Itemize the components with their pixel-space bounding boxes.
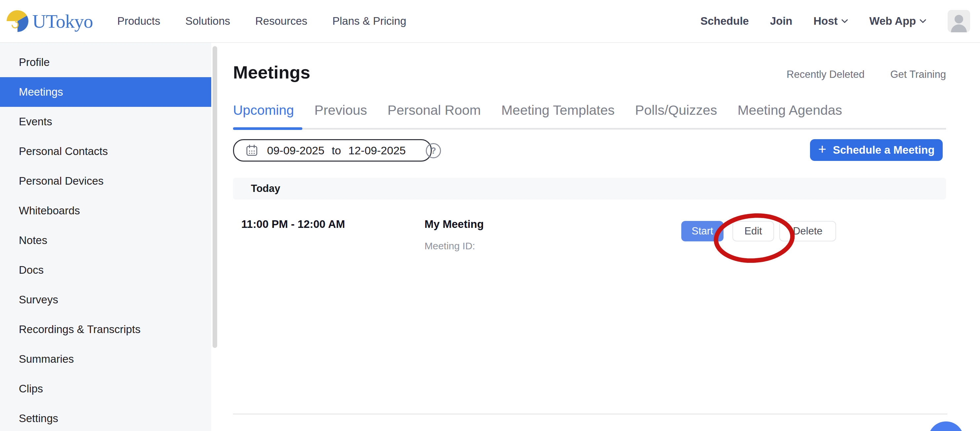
- tab-divider: [233, 128, 946, 130]
- nav-item-products[interactable]: Products: [117, 15, 160, 27]
- nav-right-menu: Schedule Join Host Web App: [700, 10, 970, 32]
- sidebar-item-personal-contacts[interactable]: Personal Contacts: [0, 136, 211, 166]
- utokyo-logo[interactable]: UTokyo: [5, 9, 93, 33]
- sidebar-scrollbar[interactable]: [213, 46, 217, 348]
- tab-meeting-agendas[interactable]: Meeting Agendas: [737, 103, 842, 118]
- chevron-down-icon: [919, 19, 926, 24]
- utokyo-logo-icon: [5, 9, 30, 33]
- recently-deleted-link[interactable]: Recently Deleted: [787, 68, 864, 81]
- user-avatar[interactable]: [948, 10, 970, 32]
- schedule-a-meeting-button[interactable]: + Schedule a Meeting: [810, 139, 943, 161]
- plus-icon: +: [818, 141, 827, 157]
- sidebar: Profile Meetings Events Personal Contact…: [0, 43, 211, 431]
- meeting-title: My Meeting: [425, 218, 484, 230]
- tab-personal-room[interactable]: Personal Room: [388, 103, 481, 118]
- sidebar-item-meetings[interactable]: Meetings: [0, 77, 211, 107]
- sidebar-item-profile[interactable]: Profile: [0, 48, 211, 77]
- content-bottom-divider: [233, 414, 947, 415]
- get-training-link[interactable]: Get Training: [890, 68, 946, 81]
- sidebar-item-personal-devices[interactable]: Personal Devices: [0, 166, 211, 196]
- sidebar-item-notes[interactable]: Notes: [0, 225, 211, 255]
- sidebar-item-docs[interactable]: Docs: [0, 255, 211, 285]
- logo-wordmark: UTokyo: [32, 10, 93, 32]
- meeting-time: 11:00 PM - 12:00 AM: [241, 218, 345, 230]
- edit-button[interactable]: Edit: [732, 221, 774, 241]
- nav-item-web-app[interactable]: Web App: [869, 15, 926, 27]
- tab-meeting-templates[interactable]: Meeting Templates: [501, 103, 615, 118]
- delete-button[interactable]: Delete: [779, 221, 836, 241]
- tab-previous[interactable]: Previous: [315, 103, 368, 118]
- nav-item-join[interactable]: Join: [770, 15, 792, 27]
- calendar-icon: [245, 144, 258, 157]
- tab-upcoming[interactable]: Upcoming: [233, 103, 294, 118]
- date-range-picker[interactable]: 09-09-2025 to 12-09-2025: [233, 139, 432, 162]
- header-links: Recently Deleted Get Training: [233, 68, 946, 81]
- today-group-header: Today: [233, 178, 946, 200]
- date-range-value: 09-09-2025 to 12-09-2025: [267, 144, 406, 157]
- nav-item-solutions[interactable]: Solutions: [186, 15, 231, 27]
- top-navigation-bar: UTokyo Products Solutions Resources Plan…: [0, 0, 980, 43]
- meetings-tab-bar: Upcoming Previous Personal Room Meeting …: [233, 103, 946, 118]
- help-icon[interactable]: ?: [426, 143, 441, 158]
- nav-item-schedule[interactable]: Schedule: [700, 15, 749, 27]
- chevron-down-icon: [841, 19, 848, 24]
- person-icon: [948, 12, 970, 32]
- floating-action-button[interactable]: [928, 421, 964, 431]
- sidebar-item-clips[interactable]: Clips: [0, 374, 211, 404]
- nav-item-host[interactable]: Host: [814, 15, 848, 27]
- active-tab-indicator: [233, 127, 302, 130]
- sidebar-item-summaries[interactable]: Summaries: [0, 344, 211, 374]
- date-start: 09-09-2025: [267, 144, 325, 157]
- nav-item-resources[interactable]: Resources: [255, 15, 307, 27]
- sidebar-item-events[interactable]: Events: [0, 107, 211, 136]
- sidebar-item-surveys[interactable]: Surveys: [0, 285, 211, 315]
- nav-left-menu: Products Solutions Resources Plans & Pri…: [117, 15, 406, 27]
- sidebar-item-whiteboards[interactable]: Whiteboards: [0, 196, 211, 225]
- sidebar-item-settings[interactable]: Settings: [0, 404, 211, 431]
- nav-item-plans-pricing[interactable]: Plans & Pricing: [332, 15, 406, 27]
- date-end: 12-09-2025: [348, 144, 406, 157]
- tab-polls-quizzes[interactable]: Polls/Quizzes: [635, 103, 717, 118]
- date-joiner: to: [332, 144, 341, 157]
- meeting-id-label: Meeting ID:: [425, 241, 475, 252]
- sidebar-item-recordings-transcripts[interactable]: Recordings & Transcripts: [0, 315, 211, 344]
- start-button[interactable]: Start: [681, 221, 724, 241]
